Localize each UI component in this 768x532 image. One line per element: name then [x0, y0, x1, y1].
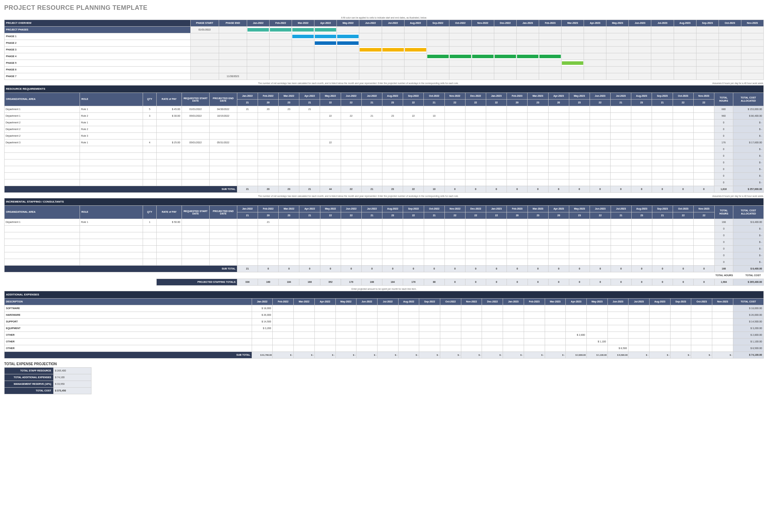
- table-row: OTHER$ 1,100$ 1,100.00: [5, 339, 764, 345]
- overview-note: A fill color can be applied to cells to …: [4, 16, 764, 20]
- table-row: SUPPORT$ 14,500$ 14,500.00: [5, 319, 764, 325]
- table-row: 0$ -: [5, 166, 764, 173]
- table-row: Department 2Role 10$ -: [5, 120, 764, 126]
- table-row: 0$ -: [5, 232, 764, 239]
- table-row: 0$ -: [5, 179, 764, 186]
- gantt-row: PHASE 2: [5, 40, 764, 47]
- gantt-row: PHASE 1: [5, 33, 764, 40]
- table-row: 0$ -: [5, 146, 764, 153]
- gantt-row: PHASE 3: [5, 47, 764, 53]
- total-expense-projection-table: TOTAL STAFF RESOURCE$ 265,400TOTAL ADDIT…: [4, 367, 91, 394]
- additional-expenses-table: ADDITIONAL EXPENSESDESCRIPTIONJan-2022Fe…: [4, 291, 764, 359]
- rr-note-left: The number of net workdays has been calc…: [4, 81, 712, 85]
- table-row: Department 3Role 14$ 25.0005/01/202205/3…: [5, 139, 764, 146]
- gantt-row: PHASE 711/30/2023: [5, 73, 764, 80]
- table-row: OTHER$ 2,800$ 2,800.00: [5, 332, 764, 339]
- table-row: OTHER$ 8,500$ 8,500.00: [5, 345, 764, 352]
- table-row: Department 1Role 11$ 50.0021168$ 8,400.0…: [5, 219, 764, 226]
- table-row: TOTAL COST$ 373,450: [5, 388, 91, 394]
- table-row: Department 1Role 15$ 45.0001/01/202204/3…: [5, 106, 764, 113]
- table-row: TOTAL STAFF RESOURCE$ 265,400: [5, 368, 91, 374]
- table-row: 0$ -: [5, 173, 764, 179]
- table-row: 0$ -: [5, 226, 764, 232]
- table-row: 0$ -: [5, 153, 764, 159]
- inc-note-right: Assumes 8 hours per day for a 40 hour wo…: [712, 194, 764, 198]
- table-row: Department 2Role 20$ -: [5, 126, 764, 133]
- table-row: SOFTWARE$ 18,000$ 18,000.00: [5, 305, 764, 312]
- table-row: 0$ -: [5, 252, 764, 259]
- table-row: TOTAL ADDITIONAL EXPENSES$ 74,100: [5, 374, 91, 381]
- table-row: MANAGEMENT RESERVE (10%)$ 33,950: [5, 381, 91, 388]
- projection-title: TOTAL EXPENSE PROJECTION: [4, 362, 764, 366]
- table-row: 0$ -: [5, 246, 764, 252]
- gantt-row: PHASE 5: [5, 60, 764, 67]
- table-row: 0$ -: [5, 259, 764, 266]
- gantt-row: PROJECT PHASES01/01/2022: [5, 27, 764, 33]
- inc-note-left: The number of net workdays has been calc…: [4, 194, 712, 198]
- incremental-staffing-table: INCREMENTAL STAFFING / CONSULTANTSORGANI…: [4, 198, 764, 286]
- rr-note-right: Assumes 8 hours per day for a 40 hour wo…: [712, 81, 764, 85]
- table-row: HARDWARE$ 26,000$ 26,000.00: [5, 312, 764, 319]
- table-row: Department 2Role 30$ -: [5, 133, 764, 139]
- project-overview-table: PROJECT OVERVIEWPHASE STARTPHASE ENDJan-…: [4, 20, 764, 80]
- gantt-row: PHASE 4: [5, 53, 764, 60]
- ae-note: Enter projected amount to be spent per m…: [4, 287, 764, 291]
- gantt-row: PHASE 6: [5, 67, 764, 73]
- table-row: Department 1Role 23$ 30.0005/01/202210/1…: [5, 113, 764, 120]
- table-row: 0$ -: [5, 239, 764, 246]
- page-title: PROJECT RESOURCE PLANNING TEMPLATE: [4, 4, 764, 12]
- table-row: 0$ -: [5, 159, 764, 166]
- resource-requirements-table: RESOURCE REQUIREMENTSORGANIZATIONAL AREA…: [4, 85, 764, 193]
- table-row: EQUIPMENT$ 3,200$ 3,200.00: [5, 325, 764, 332]
